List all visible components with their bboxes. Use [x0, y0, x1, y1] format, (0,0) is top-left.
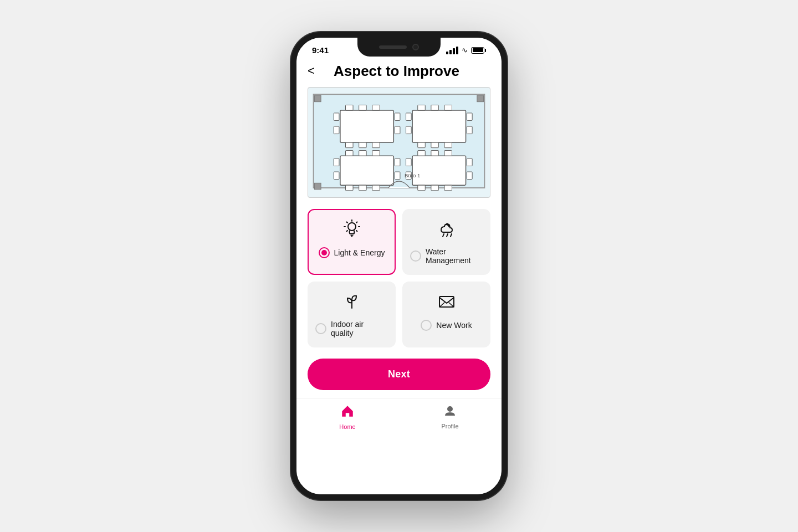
- radio-indoor-air[interactable]: [315, 323, 326, 334]
- svg-rect-43: [467, 158, 473, 166]
- svg-rect-1: [340, 110, 393, 142]
- signal-icon: [446, 47, 458, 54]
- svg-line-65: [449, 303, 454, 307]
- svg-line-55: [356, 231, 357, 232]
- svg-rect-34: [412, 156, 466, 185]
- svg-rect-45: [315, 95, 321, 102]
- nav-home[interactable]: Home: [339, 404, 355, 430]
- svg-rect-47: [315, 183, 321, 190]
- light-energy-icon: [342, 219, 362, 242]
- svg-rect-32: [467, 113, 473, 121]
- speaker: [379, 45, 407, 49]
- svg-rect-3: [359, 105, 367, 110]
- svg-rect-44: [467, 172, 473, 180]
- svg-line-54: [346, 222, 347, 223]
- svg-rect-4: [372, 105, 380, 110]
- svg-line-57: [346, 231, 347, 232]
- back-button[interactable]: <: [308, 62, 319, 80]
- svg-rect-22: [395, 172, 400, 180]
- svg-rect-20: [334, 172, 339, 180]
- svg-rect-46: [477, 95, 484, 102]
- nav-profile-label: Profile: [441, 423, 458, 429]
- svg-rect-18: [372, 185, 380, 191]
- option-label-row-1: Light & Energy: [319, 247, 385, 258]
- option-indoor-air-label: Indoor air quality: [331, 320, 388, 337]
- svg-rect-5: [346, 142, 354, 148]
- svg-rect-27: [418, 142, 426, 148]
- status-icons: ∿: [446, 46, 486, 54]
- svg-line-56: [356, 222, 357, 223]
- svg-rect-41: [406, 158, 412, 166]
- bottom-nav: Home Profile: [296, 398, 502, 441]
- svg-rect-15: [372, 150, 380, 156]
- app-content: < Aspect to Improve: [296, 57, 502, 494]
- svg-rect-30: [406, 113, 412, 121]
- front-camera: [412, 44, 419, 50]
- svg-rect-39: [431, 185, 439, 191]
- svg-rect-12: [340, 156, 393, 185]
- option-water-management[interactable]: Water Management: [402, 209, 490, 275]
- option-label-row-2: Water Management: [410, 247, 483, 265]
- svg-rect-37: [444, 150, 452, 156]
- svg-rect-13: [346, 150, 354, 156]
- option-light-energy[interactable]: Light & Energy: [308, 209, 396, 275]
- svg-rect-8: [334, 113, 339, 121]
- svg-rect-19: [334, 158, 339, 166]
- svg-point-66: [448, 407, 452, 411]
- svg-rect-29: [444, 142, 452, 148]
- svg-rect-23: [412, 110, 466, 142]
- svg-rect-16: [346, 185, 354, 191]
- water-management-icon: [437, 219, 457, 242]
- next-button[interactable]: Next: [308, 359, 490, 390]
- new-work-icon: [437, 291, 457, 314]
- option-new-work-label: New Work: [436, 321, 472, 330]
- svg-line-64: [439, 303, 444, 307]
- svg-rect-40: [444, 185, 452, 191]
- svg-rect-35: [418, 150, 426, 156]
- option-light-energy-label: Light & Energy: [334, 248, 385, 257]
- svg-point-49: [348, 223, 356, 231]
- header: < Aspect to Improve: [296, 57, 502, 83]
- phone-frame: 9:41 ∿ < Aspect to Improve: [291, 32, 507, 500]
- options-grid: Light & Energy: [296, 202, 502, 354]
- svg-rect-24: [418, 105, 426, 110]
- svg-rect-11: [395, 126, 400, 134]
- svg-rect-26: [444, 105, 452, 110]
- nav-home-label: Home: [339, 423, 355, 430]
- svg-line-61: [447, 234, 448, 237]
- option-water-management-label: Water Management: [426, 247, 483, 265]
- profile-icon: [443, 405, 457, 421]
- wifi-icon: ∿: [462, 46, 468, 54]
- radio-light-energy[interactable]: [319, 247, 330, 258]
- svg-rect-48: [388, 187, 410, 188]
- svg-rect-6: [359, 142, 367, 148]
- floorplan-image: Büro 1: [308, 87, 490, 198]
- indoor-air-icon: [342, 291, 362, 314]
- svg-rect-36: [431, 150, 439, 156]
- svg-rect-31: [406, 126, 412, 134]
- status-time: 9:41: [312, 45, 329, 55]
- room-label: Büro 1: [405, 172, 420, 178]
- option-label-row-3: Indoor air quality: [315, 320, 388, 337]
- phone-screen: 9:41 ∿ < Aspect to Improve: [296, 38, 502, 494]
- svg-line-60: [443, 234, 444, 237]
- svg-rect-28: [431, 142, 439, 148]
- svg-rect-7: [372, 142, 380, 148]
- notch: [357, 38, 441, 57]
- nav-profile[interactable]: Profile: [441, 405, 458, 429]
- page-title: Aspect to Improve: [319, 63, 474, 80]
- home-icon: [340, 404, 355, 422]
- option-new-work[interactable]: New Work: [402, 282, 490, 347]
- svg-line-62: [451, 234, 452, 237]
- svg-rect-9: [334, 126, 339, 134]
- svg-rect-10: [395, 113, 400, 121]
- svg-rect-33: [467, 126, 473, 134]
- svg-rect-14: [359, 150, 367, 156]
- svg-rect-17: [359, 185, 367, 191]
- radio-new-work[interactable]: [421, 320, 432, 331]
- svg-rect-38: [418, 185, 426, 191]
- radio-water-management[interactable]: [410, 250, 421, 262]
- option-label-row-4: New Work: [421, 320, 472, 331]
- battery-icon: [471, 47, 486, 54]
- option-indoor-air[interactable]: Indoor air quality: [308, 282, 396, 347]
